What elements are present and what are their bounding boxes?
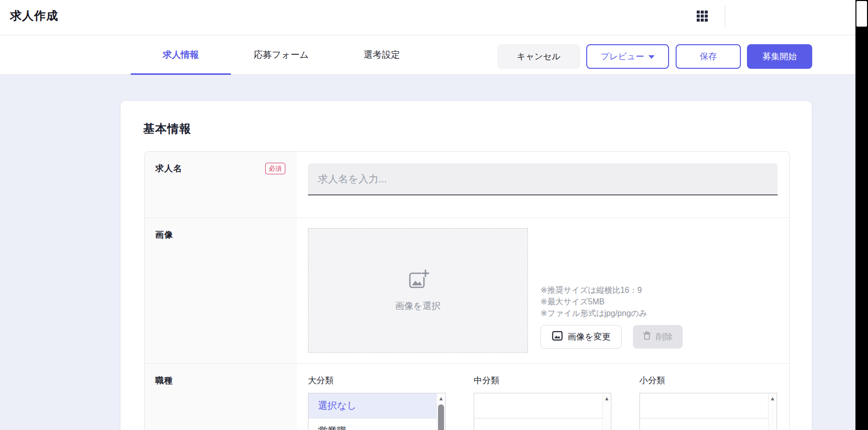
image-upload-dropzone[interactable]: 画像を選択 bbox=[308, 228, 528, 353]
add-image-icon bbox=[406, 269, 429, 292]
job-category-label-cell: 職種 bbox=[145, 364, 297, 430]
change-image-button[interactable]: 画像を変更 bbox=[540, 325, 622, 349]
listbox-option-empty bbox=[474, 418, 602, 430]
delete-image-label: 削除 bbox=[656, 331, 673, 343]
category-column-minor: 小分類 ▲ bbox=[639, 375, 777, 430]
job-name-label-cell: 求人名 必須 bbox=[145, 152, 297, 218]
save-label: 保存 bbox=[700, 51, 717, 62]
major-category-listbox[interactable]: 選択なし 営業職 ▲ bbox=[308, 393, 446, 430]
publish-button[interactable]: 募集開始 bbox=[747, 44, 812, 69]
listbox-options bbox=[640, 393, 768, 430]
tab-job-info[interactable]: 求人情報 bbox=[131, 35, 231, 74]
job-category-content-cell: 大分類 選択なし 営業職 ▲ bbox=[297, 364, 789, 430]
minor-category-listbox[interactable]: ▲ bbox=[639, 393, 777, 430]
listbox-scrollbar[interactable]: ▲ bbox=[437, 393, 445, 430]
header-divider bbox=[725, 6, 725, 28]
page-title: 求人作成 bbox=[10, 8, 58, 24]
required-badge: 必須 bbox=[265, 163, 285, 174]
apps-grid-button[interactable] bbox=[695, 10, 709, 24]
image-label-cell: 画像 bbox=[145, 218, 297, 363]
image-notes: ※推奨サイズは縦横比16：9 ※最大サイズ5MB ※ファイル形式はjpg/png… bbox=[540, 284, 683, 319]
listbox-option-empty bbox=[474, 393, 602, 418]
form-row-job-name: 求人名 必須 bbox=[145, 152, 789, 218]
save-button[interactable]: 保存 bbox=[676, 44, 741, 69]
grid-icon bbox=[697, 11, 708, 23]
top-header: 求人作成 bbox=[0, 0, 855, 35]
publish-label: 募集開始 bbox=[763, 51, 797, 62]
toolbar: 求人情報 応募フォーム 選考設定 キャンセル プレビュー 保存 募集開始 bbox=[0, 35, 855, 75]
change-image-label: 画像を変更 bbox=[568, 331, 610, 343]
listbox-scrollbar-thumb[interactable] bbox=[438, 404, 444, 430]
image-side-panel: ※推奨サイズは縦横比16：9 ※最大サイズ5MB ※ファイル形式はjpg/png… bbox=[540, 228, 683, 363]
category-column-middle: 中分類 ▲ bbox=[474, 375, 611, 430]
job-name-input-cell bbox=[297, 152, 789, 218]
tab-screening-settings[interactable]: 選考設定 bbox=[332, 35, 432, 74]
trash-icon bbox=[643, 331, 651, 343]
tab-label: 応募フォーム bbox=[254, 49, 308, 61]
preview-label: プレビュー bbox=[601, 51, 644, 62]
section-title: 基本情報 bbox=[143, 121, 191, 137]
listbox-options: 選択なし 営業職 bbox=[308, 393, 437, 430]
listbox-scrollbar[interactable]: ▲ bbox=[602, 393, 611, 430]
middle-category-listbox[interactable]: ▲ bbox=[474, 393, 611, 430]
category-column-header: 中分類 bbox=[474, 375, 611, 386]
job-creation-app: 求人作成 求人情報 応募フォーム 選 bbox=[0, 0, 855, 430]
listbox-option-no-selection[interactable]: 選択なし bbox=[308, 393, 437, 418]
job-category-label: 職種 bbox=[155, 375, 173, 386]
listbox-option-empty bbox=[640, 418, 768, 430]
listbox-option-sales[interactable]: 営業職 bbox=[308, 418, 437, 430]
preview-dropdown-button[interactable]: プレビュー bbox=[586, 44, 669, 69]
listbox-options bbox=[474, 393, 602, 430]
image-note-line: ※推奨サイズは縦横比16：9 bbox=[540, 284, 683, 296]
basic-info-form: 求人名 必須 画像 bbox=[144, 151, 790, 430]
image-label: 画像 bbox=[155, 229, 173, 241]
delete-image-button[interactable]: 削除 bbox=[633, 325, 683, 349]
form-row-image: 画像 画像を選択 bbox=[145, 218, 789, 364]
triangle-up-icon[interactable]: ▲ bbox=[769, 393, 777, 401]
listbox-option-empty bbox=[640, 393, 768, 418]
cancel-button[interactable]: キャンセル bbox=[497, 44, 580, 69]
tab-label: 求人情報 bbox=[163, 49, 199, 61]
tab-application-form[interactable]: 応募フォーム bbox=[231, 35, 332, 74]
job-name-label: 求人名 bbox=[155, 163, 182, 174]
triangle-up-icon[interactable]: ▲ bbox=[437, 393, 445, 401]
category-column-header: 大分類 bbox=[308, 375, 446, 386]
tab-bar: 求人情報 応募フォーム 選考設定 bbox=[131, 35, 432, 74]
tab-label: 選考設定 bbox=[364, 49, 400, 61]
window-scrollbar-track[interactable] bbox=[855, 0, 868, 430]
window-scrollbar-thumb[interactable] bbox=[856, 1, 867, 27]
triangle-up-icon[interactable]: ▲ bbox=[603, 393, 611, 401]
chevron-down-icon bbox=[648, 55, 655, 59]
image-content-cell: 画像を選択 ※推奨サイズは縦横比16：9 ※最大サイズ5MB ※ファイル形式はj… bbox=[297, 218, 789, 363]
job-name-input[interactable] bbox=[308, 163, 778, 195]
image-buttons: 画像を変更 bbox=[540, 325, 683, 349]
category-column-header: 小分類 bbox=[639, 375, 777, 386]
page-content: 基本情報 求人名 必須 画像 bbox=[0, 75, 855, 430]
listbox-scrollbar[interactable]: ▲ bbox=[768, 393, 777, 430]
image-note-line: ※最大サイズ5MB bbox=[540, 296, 683, 307]
form-row-job-category: 職種 大分類 選択なし 営業職 ▲ bbox=[145, 364, 789, 430]
image-icon bbox=[552, 331, 563, 343]
cancel-label: キャンセル bbox=[517, 51, 561, 62]
category-column-major: 大分類 選択なし 営業職 ▲ bbox=[308, 375, 446, 430]
basic-info-card: 基本情報 求人名 必須 画像 bbox=[121, 101, 812, 430]
image-select-label: 画像を選択 bbox=[395, 300, 441, 312]
image-note-line: ※ファイル形式はjpg/pngのみ bbox=[540, 307, 683, 319]
